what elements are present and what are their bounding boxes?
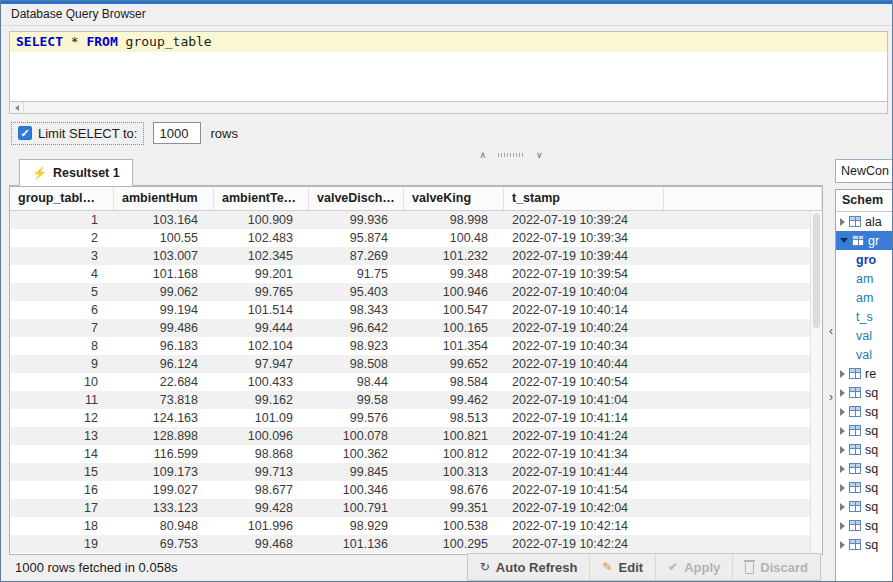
- splitter-grip[interactable]: [498, 153, 524, 157]
- tree-item-label: sq: [865, 386, 878, 400]
- table-cell: 100.295: [404, 537, 504, 551]
- table-row[interactable]: 14116.59998.868100.362100.8122022-07-19 …: [10, 445, 822, 463]
- tree-item-label: val: [856, 329, 872, 343]
- table-row[interactable]: 12124.163101.0999.57698.5132022-07-19 10…: [10, 409, 822, 427]
- table-cell: 2022-07-19 10:39:34: [504, 231, 664, 245]
- table-cell: 100.346: [309, 483, 404, 497]
- limit-rows-input[interactable]: [153, 122, 201, 144]
- discard-button[interactable]: Discard: [732, 554, 820, 580]
- table-cell: 116.599: [114, 447, 214, 461]
- tree-item-table[interactable]: sq: [836, 421, 893, 440]
- tree-item-column[interactable]: val: [836, 345, 893, 364]
- tree-item-column[interactable]: gro: [836, 250, 893, 269]
- column-header[interactable]: group_tabl…: [10, 187, 114, 210]
- table-cell: 103.007: [114, 249, 214, 263]
- auto-refresh-button[interactable]: ↻Auto Refresh: [468, 554, 590, 580]
- editor-horizontal-scrollbar[interactable]: [9, 101, 888, 114]
- column-header[interactable]: valveKing: [404, 187, 504, 210]
- tree-item-table[interactable]: gr: [836, 231, 893, 250]
- tree-item-table[interactable]: sq: [836, 402, 893, 421]
- tree-item-table[interactable]: sq: [836, 497, 893, 516]
- tab-resultset-1[interactable]: ⚡ Resultset 1: [19, 159, 133, 186]
- table-row[interactable]: 1103.164100.90999.93698.9982022-07-19 10…: [10, 211, 822, 229]
- table-cell: 101.514: [214, 303, 309, 317]
- table-row[interactable]: 1173.81899.16299.5899.4622022-07-19 10:4…: [10, 391, 822, 409]
- table-row[interactable]: 16199.02798.677100.34698.6762022-07-19 1…: [10, 481, 822, 499]
- table-cell: 2022-07-19 10:41:14: [504, 411, 664, 425]
- expand-icon[interactable]: [840, 541, 845, 549]
- expand-icon[interactable]: [840, 484, 845, 492]
- tree-item-table[interactable]: sq: [836, 383, 893, 402]
- table-cell: 96.183: [114, 339, 214, 353]
- scrollbar-thumb[interactable]: [813, 213, 820, 328]
- connection-selector[interactable]: NewCon: [835, 159, 893, 183]
- sql-current-line[interactable]: SELECT * FROM group_table: [10, 32, 887, 52]
- schema-column-header[interactable]: Schem: [836, 190, 893, 212]
- table-row[interactable]: 1969.75399.468101.136100.2952022-07-19 1…: [10, 535, 822, 553]
- column-header[interactable]: t_stamp: [504, 187, 664, 210]
- table-row[interactable]: 17133.12399.428100.79199.3512022-07-19 1…: [10, 499, 822, 517]
- table-row[interactable]: 1880.948101.99698.929100.5382022-07-19 1…: [10, 517, 822, 535]
- table-row[interactable]: 13128.898100.096100.078100.8212022-07-19…: [10, 427, 822, 445]
- expand-icon[interactable]: [840, 503, 845, 511]
- expand-icon[interactable]: [840, 218, 845, 226]
- table-row[interactable]: 896.183102.10498.923101.3542022-07-19 10…: [10, 337, 822, 355]
- expand-icon[interactable]: [840, 522, 845, 530]
- tree-item-column[interactable]: am: [836, 288, 893, 307]
- table-cell: 101.168: [114, 267, 214, 281]
- table-cell: 96.642: [309, 321, 404, 335]
- tree-item-table[interactable]: re: [836, 364, 893, 383]
- schema-panel: Schem alagrgroamamt_svalvalresqsqsqsqsqs…: [835, 189, 893, 582]
- expand-icon[interactable]: [840, 427, 845, 435]
- tree-item-table[interactable]: sq: [836, 516, 893, 535]
- table-cell: 102.345: [214, 249, 309, 263]
- table-row[interactable]: 699.194101.51498.343100.5472022-07-19 10…: [10, 301, 822, 319]
- scroll-left-arrow-icon[interactable]: [10, 102, 24, 113]
- column-header[interactable]: ambientTe…: [214, 187, 309, 210]
- tree-item-column[interactable]: t_s: [836, 307, 893, 326]
- tree-item-column[interactable]: am: [836, 269, 893, 288]
- column-header[interactable]: valveDisch…: [309, 187, 404, 210]
- expand-icon[interactable]: [840, 389, 845, 397]
- expand-icon[interactable]: [840, 465, 845, 473]
- table-cell: 124.163: [114, 411, 214, 425]
- table-row[interactable]: 15109.17399.71399.845100.3132022-07-19 1…: [10, 463, 822, 481]
- tree-item-column[interactable]: val: [836, 326, 893, 345]
- limit-select-toggle[interactable]: ✓ Limit SELECT to:: [11, 122, 144, 145]
- table-row[interactable]: 599.06299.76595.403100.9462022-07-19 10:…: [10, 283, 822, 301]
- limit-checkbox[interactable]: ✓: [18, 126, 32, 140]
- tree-item-table[interactable]: sq: [836, 478, 893, 497]
- table-cell: 8: [10, 339, 114, 353]
- trash-icon: [745, 563, 754, 574]
- tree-item-table[interactable]: sq: [836, 535, 893, 554]
- expand-icon[interactable]: [840, 408, 845, 416]
- table-cell: 98.677: [214, 483, 309, 497]
- table-cell: 99.162: [214, 393, 309, 407]
- fetch-status-text: 1000 rows fetched in 0.058s: [15, 560, 178, 575]
- table-row[interactable]: 2100.55102.48395.874100.482022-07-19 10:…: [10, 229, 822, 247]
- collapse-icon[interactable]: [840, 238, 848, 243]
- table-row[interactable]: 1022.684100.43398.4498.5842022-07-19 10:…: [10, 373, 822, 391]
- tree-item-label: t_s: [856, 310, 873, 324]
- apply-button[interactable]: ✔Apply: [655, 554, 732, 580]
- tree-item-table[interactable]: sq: [836, 459, 893, 478]
- table-row[interactable]: 4101.16899.20191.7599.3482022-07-19 10:3…: [10, 265, 822, 283]
- edit-button[interactable]: ✎Edit: [589, 554, 655, 580]
- table-cell: 18: [10, 519, 114, 533]
- expand-icon[interactable]: [840, 446, 845, 454]
- table-cell: 6: [10, 303, 114, 317]
- pencil-icon: ✎: [602, 560, 612, 574]
- table-row[interactable]: 996.12497.94798.50899.6522022-07-19 10:4…: [10, 355, 822, 373]
- tree-item-table[interactable]: sq: [836, 440, 893, 459]
- tree-item-table[interactable]: ala: [836, 212, 893, 231]
- table-cell: 99.713: [214, 465, 309, 479]
- expand-icon[interactable]: [840, 370, 845, 378]
- table-row[interactable]: 799.48699.44496.642100.1652022-07-19 10:…: [10, 319, 822, 337]
- sql-editor[interactable]: SELECT * FROM group_table: [9, 31, 888, 101]
- grid-vertical-scrollbar[interactable]: [810, 211, 822, 554]
- table-cell: 98.44: [309, 375, 404, 389]
- table-row[interactable]: 3103.007102.34587.269101.2322022-07-19 1…: [10, 247, 822, 265]
- table-cell: 100.946: [404, 285, 504, 299]
- lightning-icon: ⚡: [32, 166, 47, 180]
- column-header[interactable]: ambientHum: [114, 187, 214, 210]
